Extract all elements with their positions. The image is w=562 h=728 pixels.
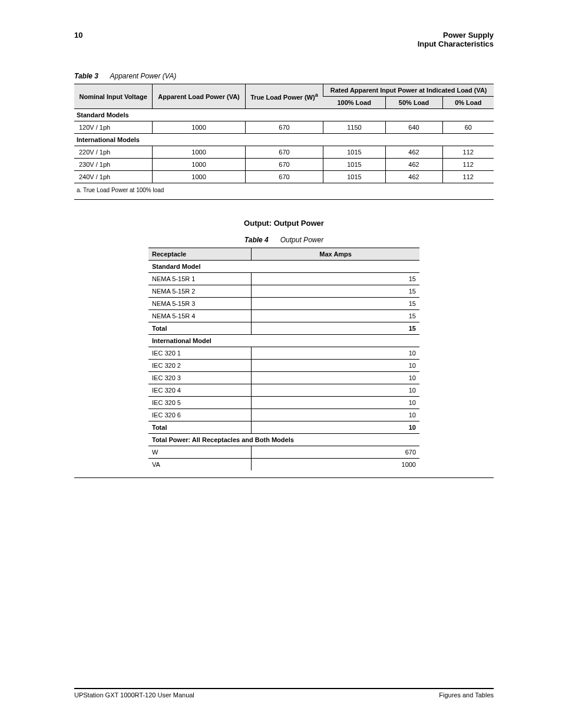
section-title: Standard Models	[74, 109, 494, 121]
table-a-caption: Table 3 Apparent Power (VA)	[74, 72, 494, 80]
table-apparent-power: Nominal Input Voltage Apparent Load Powe…	[74, 84, 494, 183]
cell-max-amps: 15	[252, 285, 419, 298]
cell: 1150	[323, 121, 385, 134]
cell: 240V / 1ph	[74, 171, 153, 183]
cell: 670	[245, 121, 323, 134]
col-100-load: 100% Load	[323, 97, 385, 109]
cell: 670	[245, 159, 323, 171]
cell-max-amps: 15	[252, 298, 419, 310]
page-header: 10 Power Supply Input Characteristics	[74, 31, 494, 48]
footer-left: UPStation GXT 1000RT-120 User Manual	[74, 691, 194, 699]
cell-receptacle: NEMA 5-15R 4	[148, 310, 252, 322]
col-true-load: True Load Power (W)a	[245, 84, 323, 109]
table-b-label: Table 4	[244, 236, 269, 244]
col-0-load: 0% Load	[442, 97, 494, 109]
table-row: IEC 320 610	[148, 409, 419, 421]
cell-receptacle: IEC 320 6	[148, 409, 252, 421]
table-output-power: Receptacle Max Amps Standard ModelNEMA 5…	[148, 248, 419, 470]
table-row-total: Total10	[148, 421, 419, 434]
cell: 1000	[153, 146, 245, 159]
cell: 670	[245, 146, 323, 159]
table-row: IEC 320 510	[148, 397, 419, 409]
cell-max-amps: 10	[252, 384, 419, 397]
col-apparent-load: Apparent Load Power (VA)	[153, 84, 245, 109]
cell-receptacle: NEMA 5-15R 1	[148, 273, 252, 285]
table-row: IEC 320 410	[148, 384, 419, 397]
cell: 1000	[153, 159, 245, 171]
cell: 462	[385, 171, 442, 183]
col-50-load: 50% Load	[385, 97, 442, 109]
table-row: NEMA 5-15R 115	[148, 273, 419, 285]
footer-right: Figures and Tables	[439, 691, 494, 699]
cell-receptacle: IEC 320 4	[148, 384, 252, 397]
cell: 1000	[153, 171, 245, 183]
section-title: Standard Model	[148, 261, 419, 273]
output-section-title: Output: Output Power	[74, 219, 494, 228]
table-row: NEMA 5-15R 415	[148, 310, 419, 322]
table-a-body: Standard Models120V / 1ph100067011506406…	[74, 109, 494, 183]
table-row: 240V / 1ph10006701015462112	[74, 171, 494, 183]
table-row: IEC 320 210	[148, 360, 419, 372]
cell-total-label: Total	[148, 322, 252, 335]
table-row: IEC 320 110	[148, 347, 419, 360]
cell: 462	[385, 146, 442, 159]
col-rated-apparent: Rated Apparent Input Power at Indicated …	[323, 84, 494, 97]
section-title: International Models	[74, 134, 494, 146]
section-title: International Model	[148, 335, 419, 347]
cell: 112	[442, 159, 494, 171]
page-title-1: Power Supply	[443, 31, 494, 39]
table-row: NEMA 5-15R 315	[148, 298, 419, 310]
col-max-amps: Max Amps	[252, 248, 419, 261]
col-receptacle: Receptacle	[148, 248, 252, 261]
table-b-caption-text: Output Power	[280, 236, 323, 244]
cell-max-amps: 10	[252, 347, 419, 360]
cell-total-value: 15	[252, 322, 419, 335]
table-row: 220V / 1ph10006701015462112	[74, 146, 494, 159]
cell-receptacle: NEMA 5-15R 2	[148, 285, 252, 298]
cell: 1015	[323, 146, 385, 159]
table-b-end-rule	[74, 477, 494, 478]
cell: 112	[442, 146, 494, 159]
table-row: 120V / 1ph1000670115064060	[74, 121, 494, 134]
cell-max-amps: 10	[252, 372, 419, 384]
table-row: NEMA 5-15R 215	[148, 285, 419, 298]
table-row: W670	[148, 446, 419, 459]
cell: 60	[442, 121, 494, 134]
cell-max-amps: 670	[252, 446, 419, 459]
cell-receptacle: IEC 320 1	[148, 347, 252, 360]
page-title-2: Input Characteristics	[418, 39, 494, 48]
cell: 230V / 1ph	[74, 159, 153, 171]
table-b-caption: Table 4 Output Power	[74, 236, 494, 244]
cell: 462	[385, 159, 442, 171]
table-row-total: Total15	[148, 322, 419, 335]
cell-receptacle: IEC 320 3	[148, 372, 252, 384]
cell-receptacle: IEC 320 5	[148, 397, 252, 409]
cell: 1015	[323, 159, 385, 171]
page-title: Power Supply Input Characteristics	[418, 31, 494, 48]
table-a-footnote: a. True Load Power at 100% load	[74, 183, 494, 193]
cell-max-amps: 1000	[252, 459, 419, 471]
table-label: Table 3	[74, 72, 98, 80]
section-title: Total Power: All Receptacles and Both Mo…	[148, 434, 419, 446]
cell: 112	[442, 171, 494, 183]
cell-receptacle: VA	[148, 459, 252, 471]
col-input-voltage: Nominal Input Voltage	[74, 84, 153, 109]
cell-receptacle: IEC 320 2	[148, 360, 252, 372]
table-b-body: Standard ModelNEMA 5-15R 115NEMA 5-15R 2…	[148, 261, 419, 471]
page-footer: UPStation GXT 1000RT-120 User Manual Fig…	[74, 688, 494, 699]
table-row: VA1000	[148, 459, 419, 471]
table-row: 230V / 1ph10006701015462112	[74, 159, 494, 171]
cell: 640	[385, 121, 442, 134]
cell-receptacle: W	[148, 446, 252, 459]
cell-max-amps: 15	[252, 273, 419, 285]
table-caption-text: Apparent Power (VA)	[110, 72, 176, 80]
cell-max-amps: 10	[252, 397, 419, 409]
table-row: IEC 320 310	[148, 372, 419, 384]
cell-total-value: 10	[252, 421, 419, 434]
cell: 1015	[323, 171, 385, 183]
page-number: 10	[74, 31, 82, 39]
cell: 220V / 1ph	[74, 146, 153, 159]
cell-total-label: Total	[148, 421, 252, 434]
table-a-end-rule	[74, 199, 494, 200]
cell-max-amps: 10	[252, 360, 419, 372]
